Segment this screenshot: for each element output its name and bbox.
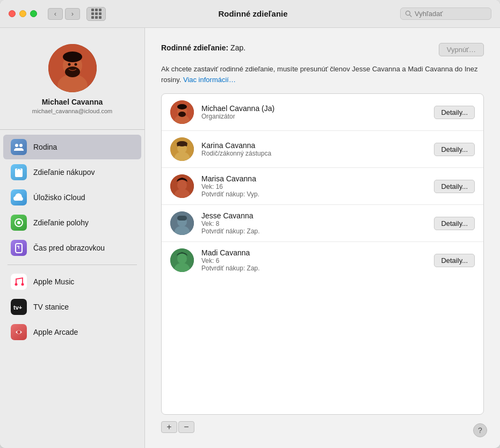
- member-role: Organizátor: [201, 113, 426, 120]
- details-button-madi[interactable]: Detaily...: [434, 254, 475, 267]
- disable-button[interactable]: Vypnúť…: [439, 43, 484, 56]
- cloud-icon: [13, 193, 25, 202]
- member-info-jesse: Jesse Cavanna Vek: 8 Potvrdiť nákup: Zap…: [201, 211, 426, 235]
- svg-point-6: [63, 52, 82, 62]
- content-header: Rodinné zdieľanie: Zap. Vypnúť…: [161, 43, 484, 56]
- tv-icon: tv+: [12, 303, 26, 311]
- member-role: Vek: 16 Potvrdiť nákup: Vyp.: [201, 183, 426, 198]
- back-button[interactable]: ‹: [48, 8, 63, 20]
- sidebar-label-tv: TV stanice: [33, 303, 69, 311]
- maximize-button[interactable]: [30, 10, 37, 17]
- help-button[interactable]: ?: [473, 423, 487, 437]
- svg-point-30: [177, 141, 187, 146]
- member-avatar-karina: [170, 137, 194, 161]
- member-avatar-marisa: [170, 174, 194, 198]
- sidebar-label-music: Apple Music: [33, 277, 74, 286]
- sidebar-item-screen[interactable]: Čas pred obrazovkou: [3, 236, 141, 260]
- remove-member-button[interactable]: −: [178, 421, 194, 433]
- svg-point-21: [17, 331, 20, 334]
- svg-point-19: [21, 283, 24, 286]
- status-label: Rodinné zdieľanie:: [161, 43, 228, 52]
- search-icon: [405, 10, 412, 17]
- member-row: Michael Cavanna (Ja) Organizátor Detaily…: [162, 94, 483, 131]
- sidebar-item-icloud[interactable]: Úložisko iCloud: [3, 185, 141, 210]
- sidebar-label-icloud: Úložisko iCloud: [33, 193, 85, 202]
- svg-rect-17: [11, 274, 27, 290]
- grid-button[interactable]: [86, 7, 106, 21]
- sidebar-label-screen: Čas pred obrazovkou: [33, 244, 105, 252]
- sidebar-label-rodina: Rodina: [33, 143, 57, 151]
- status-description: Ak chcete zastaviť rodinné zdieľanie, mu…: [161, 64, 484, 85]
- sidebar-item-tv[interactable]: tv+ TV stanice: [3, 295, 141, 319]
- family-icon: [13, 142, 24, 152]
- sidebar-item-arcade[interactable]: Apple Arcade: [3, 320, 141, 344]
- shopping-icon: [13, 167, 24, 178]
- nav-icon-tv: tv+: [11, 299, 27, 315]
- sidebar-item-music[interactable]: Apple Music: [3, 269, 141, 294]
- forward-button[interactable]: ›: [65, 8, 80, 20]
- svg-point-5: [65, 67, 80, 77]
- svg-point-9: [15, 144, 18, 147]
- avatar: [48, 44, 97, 92]
- sidebar-item-rodina[interactable]: Rodina: [3, 135, 141, 159]
- window-title: Rodinné zdieľanie: [112, 9, 394, 18]
- nav-buttons: ‹ ›: [48, 8, 80, 20]
- member-role: Vek: 6 Potvrdiť nákup: Zap.: [201, 257, 426, 272]
- members-list: Michael Cavanna (Ja) Organizátor Detaily…: [161, 93, 484, 415]
- svg-point-0: [406, 11, 410, 16]
- member-name: Madi Cavanna: [201, 248, 426, 257]
- member-name: Michael Cavanna (Ja): [201, 104, 426, 113]
- svg-rect-11: [15, 168, 23, 177]
- member-info-karina: Karina Cavanna Rodič/zákonný zástupca: [201, 141, 426, 157]
- bottom-bar: + −: [161, 421, 484, 433]
- sidebar-nav: Rodina Zdieľanie nákupov: [0, 132, 144, 448]
- member-info-madi: Madi Cavanna Vek: 6 Potvrdiť nákup: Zap.: [201, 248, 426, 272]
- details-button-marisa[interactable]: Detaily...: [434, 180, 475, 193]
- traffic-lights: [9, 10, 37, 17]
- details-button-karina[interactable]: Detaily...: [434, 143, 475, 156]
- search-bar[interactable]: [400, 8, 491, 20]
- nav-icon-rodina: [11, 139, 27, 155]
- sidebar-label-nakupov: Zdieľanie nákupov: [33, 168, 95, 177]
- avatar-image: [48, 44, 97, 92]
- svg-point-26: [177, 104, 187, 109]
- add-member-button[interactable]: +: [161, 421, 177, 433]
- member-role: Vek: 8 Potvrdiť nákup: Zap.: [201, 220, 426, 235]
- svg-point-33: [177, 180, 187, 190]
- status-text: Rodinné zdieľanie: Zap.: [161, 43, 245, 54]
- search-input[interactable]: [415, 10, 484, 18]
- profile-name: Michael Cavanna: [42, 98, 103, 106]
- more-info-link[interactable]: Viac informácií…: [183, 76, 236, 84]
- nav-icon-screen: [11, 240, 27, 256]
- sidebar-item-nakupov[interactable]: Zdieľanie nákupov: [3, 160, 141, 185]
- location-icon: [13, 217, 24, 228]
- member-row: Marisa Cavanna Vek: 16 Potvrdiť nákup: V…: [162, 168, 483, 205]
- status-value: Zap.: [230, 43, 245, 52]
- svg-point-7: [68, 63, 70, 66]
- member-info-michael: Michael Cavanna (Ja) Organizátor: [201, 104, 426, 120]
- details-button-jesse[interactable]: Detaily...: [434, 217, 475, 230]
- minimize-button[interactable]: [19, 10, 26, 17]
- sidebar-item-poloha[interactable]: Zdieľanie polohy: [3, 210, 141, 235]
- member-avatar-jesse: [170, 211, 194, 235]
- sidebar-divider-2: [8, 265, 137, 265]
- music-icon: [11, 274, 27, 290]
- main-window: ‹ › Rodinné zdieľanie: [0, 0, 500, 448]
- sidebar-label-arcade: Apple Arcade: [33, 328, 78, 336]
- svg-point-25: [178, 112, 186, 117]
- profile-email: michael_cavanna@icloud.com: [32, 108, 112, 114]
- svg-line-1: [410, 15, 411, 17]
- nav-icon-nakupov: [11, 164, 27, 180]
- member-row: Madi Cavanna Vek: 6 Potvrdiť nákup: Zap.…: [162, 242, 483, 278]
- member-avatar-madi: [170, 248, 194, 272]
- content-panel: Rodinné zdieľanie: Zap. Vypnúť… Ak chcet…: [145, 28, 500, 448]
- svg-point-10: [19, 144, 23, 147]
- svg-rect-37: [177, 216, 187, 221]
- status-block: Rodinné zdieľanie: Zap.: [161, 43, 245, 54]
- main-layout: Michael Cavanna michael_cavanna@icloud.c…: [0, 28, 500, 448]
- svg-text:tv+: tv+: [13, 304, 22, 311]
- sidebar: Michael Cavanna michael_cavanna@icloud.c…: [0, 28, 145, 448]
- close-button[interactable]: [9, 10, 16, 17]
- profile-section: Michael Cavanna michael_cavanna@icloud.c…: [0, 39, 144, 127]
- details-button-michael[interactable]: Detaily...: [434, 106, 475, 119]
